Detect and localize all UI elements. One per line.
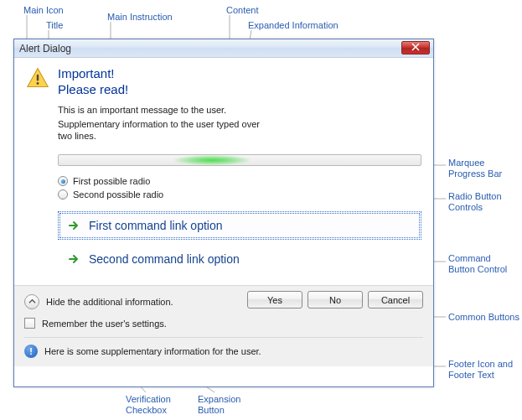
radio-option-1[interactable]: First possible radio — [58, 174, 421, 188]
radio-label: Second possible radio — [73, 189, 163, 200]
window-title: Alert Dialog — [19, 43, 71, 54]
callout-main-instruction: Main Instruction — [107, 12, 173, 23]
arrow-right-icon — [67, 252, 80, 266]
supplementary-text: Supplementary information to the user ty… — [58, 118, 276, 143]
cancel-button[interactable]: Cancel — [368, 291, 423, 309]
radio-icon — [58, 176, 68, 186]
callout-command-button: Command Button Control — [448, 253, 507, 275]
command-link-1[interactable]: First command link option — [58, 211, 421, 240]
callout-radio-controls: Radio Button Controls — [448, 191, 502, 213]
footer-panel: Hide the additional information. Yes No … — [14, 285, 433, 366]
titlebar[interactable]: Alert Dialog — [14, 39, 433, 58]
progress-bar — [58, 154, 421, 166]
alert-dialog: Alert Dialog Important! Please read! — [13, 39, 434, 387]
callout-main-icon: Main Icon — [23, 5, 64, 16]
no-button[interactable]: No — [308, 291, 363, 309]
close-button[interactable] — [401, 41, 430, 54]
close-icon — [411, 42, 420, 54]
svg-rect-12 — [37, 75, 39, 81]
radio-group: First possible radio Second possible rad… — [58, 174, 421, 201]
callout-marquee: Marquee Progress Bar — [448, 158, 502, 179]
command-link-label: First command link option — [89, 219, 223, 232]
radio-icon — [58, 189, 68, 200]
info-icon: ! — [24, 345, 38, 358]
content-area: Important! Please read! This is an impor… — [14, 58, 433, 285]
progress-marquee — [174, 155, 250, 165]
verification-label: Remember the user's settings. — [42, 319, 167, 329]
content-text: This is an important message to the user… — [58, 105, 421, 115]
main-instruction: Important! Please read! — [58, 66, 421, 98]
radio-option-2[interactable]: Second possible radio — [58, 188, 421, 201]
command-link-list: First command link option Second command… — [58, 211, 421, 273]
expansion-button[interactable] — [24, 294, 39, 309]
callout-common-buttons: Common Buttons — [448, 312, 519, 323]
callout-title: Title — [46, 20, 63, 31]
callout-verification-checkbox: Verification Checkbox — [126, 394, 171, 416]
footer-info: ! Here is some supplementary information… — [24, 337, 423, 358]
callout-content: Content — [226, 5, 259, 16]
verification-checkbox[interactable] — [24, 318, 35, 329]
callout-footer-icon-text: Footer Icon and Footer Text — [448, 359, 513, 381]
callout-expanded-info: Expanded Information — [248, 20, 339, 31]
footer-info-text: Here is some supplementary information f… — [44, 346, 261, 356]
command-link-2[interactable]: Second command link option — [58, 245, 421, 273]
command-link-label: Second command link option — [89, 252, 240, 266]
chevron-up-icon — [28, 297, 36, 307]
svg-point-13 — [37, 82, 39, 85]
radio-label: First possible radio — [73, 176, 150, 186]
button-row: Yes No Cancel — [247, 291, 423, 309]
arrow-right-icon — [67, 219, 80, 232]
yes-button[interactable]: Yes — [247, 291, 302, 309]
callout-expansion-button: Expansion Button — [198, 394, 240, 416]
main-instruction-line1: Important! — [58, 66, 421, 82]
warning-icon — [26, 66, 49, 90]
main-instruction-line2: Please read! — [58, 82, 421, 98]
expansion-label: Hide the additional information. — [46, 297, 173, 307]
